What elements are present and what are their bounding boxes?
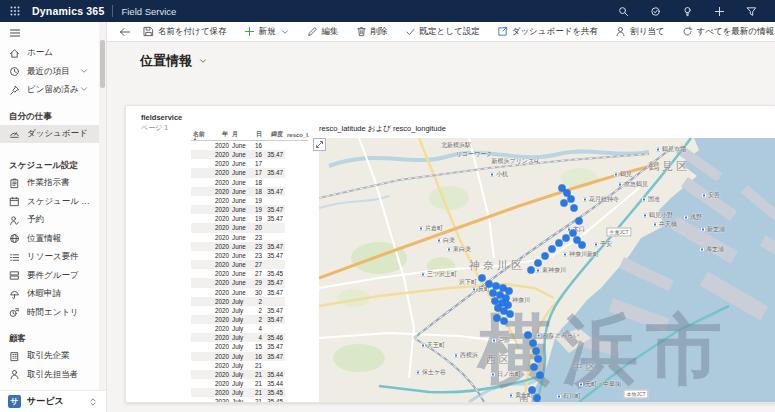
table-row[interactable]: 2020June3035.47 [191, 288, 308, 297]
sidebar-item-home[interactable]: ホーム [0, 44, 99, 63]
lightbulb-icon[interactable] [682, 6, 693, 17]
sidebar-item-resource-requirements[interactable]: リソース要件 [0, 248, 99, 267]
waffle-icon[interactable] [4, 0, 26, 22]
location-data-point[interactable] [528, 267, 535, 274]
command-6[interactable]: ダッシュボードを共有 [497, 26, 598, 38]
command-3[interactable]: 編集 [307, 26, 339, 38]
view-selector[interactable]: 位置情報 [140, 52, 208, 70]
table-row[interactable]: 2020July2135.44 [191, 370, 308, 379]
table-row[interactable]: 2020June23 [191, 233, 308, 242]
brand-title[interactable]: Dynamics 365 [32, 5, 104, 17]
table-row[interactable]: 2020July235.47 [191, 315, 308, 324]
table-row[interactable]: 2020July2 [191, 297, 308, 306]
location-data-point[interactable] [561, 200, 568, 207]
sidebar-item-time-entries[interactable]: 時間エントリ [0, 304, 99, 323]
location-data-point[interactable] [549, 246, 556, 253]
search-icon[interactable] [618, 6, 629, 17]
column-header-4[interactable]: 日 [251, 129, 264, 141]
sidebar-item-schedule-board[interactable]: スケジュール ボ... [0, 193, 99, 212]
table-row[interactable]: 2020July235.47 [191, 306, 308, 315]
back-button[interactable] [107, 26, 137, 38]
table-row[interactable]: 2020June27 [191, 260, 308, 269]
location-data-point[interactable] [479, 275, 486, 282]
sidebar-item-accounts[interactable]: 取引先企業 [0, 347, 99, 366]
table-row[interactable]: 2020June16 [191, 141, 308, 151]
table-row[interactable]: 2020June20 [191, 223, 308, 232]
sidebar-item-contacts[interactable]: 取引先担当者 [0, 366, 99, 385]
table-row[interactable]: 2020June2935.47 [191, 278, 308, 287]
column-header-5[interactable]: 緯度 [264, 129, 285, 141]
location-data-point[interactable] [533, 348, 540, 355]
location-data-point[interactable] [535, 356, 542, 363]
target-icon[interactable] [650, 6, 661, 17]
table-row[interactable]: 2020June1935.47 [191, 214, 308, 223]
table-row[interactable]: 2020June1735.47 [191, 168, 308, 177]
sidebar-item-bookings[interactable]: 予約 [0, 211, 99, 230]
sidebar-item-recent[interactable]: 最近の項目 [0, 63, 99, 82]
location-data-point[interactable] [535, 260, 542, 267]
app-name[interactable]: Field Service [121, 6, 176, 17]
table-row[interactable]: 2020June18 [191, 178, 308, 187]
table-row[interactable]: 2020June1635.47 [191, 150, 308, 159]
location-data-point[interactable] [507, 311, 514, 318]
sidebar-item-work-orders[interactable]: 作業指示書 [0, 174, 99, 193]
table-visual[interactable]: 名前▲年月日緯度resco_l... 2020June162020June163… [191, 129, 309, 402]
table-row[interactable]: 2020June1935.47 [191, 205, 308, 214]
table-row[interactable]: 2020July4 [191, 324, 308, 333]
location-data-point[interactable] [568, 196, 575, 203]
column-header-2[interactable]: 年 [213, 129, 230, 141]
table-row[interactable]: 2020June19 [191, 196, 308, 205]
table-row[interactable]: 2020June2335.47 [191, 242, 308, 251]
location-data-point[interactable] [537, 372, 544, 379]
filter-icon[interactable] [746, 6, 757, 17]
location-data-point[interactable] [571, 205, 578, 212]
sitemap-toggle-button[interactable] [0, 22, 99, 44]
table-row[interactable]: 2020July435.46 [191, 333, 308, 342]
location-data-point[interactable] [579, 242, 586, 249]
sidebar-item-dashboard[interactable]: ダッシュボード [0, 125, 99, 144]
command-2[interactable]: 新規 [244, 26, 290, 38]
sidebar-item-geolocation[interactable]: 位置情報 [0, 230, 99, 249]
location-data-point[interactable] [542, 253, 549, 260]
table-row[interactable]: 2020June2335.47 [191, 251, 308, 260]
table-row[interactable]: 2020July2135.44 [191, 379, 308, 388]
focus-mode-icon[interactable] [313, 138, 326, 151]
area-switcher[interactable]: サ サービス [0, 390, 106, 412]
location-data-point[interactable] [576, 218, 583, 225]
table-header[interactable]: 名前▲年月日緯度resco_l... [191, 129, 308, 141]
table-row[interactable]: 2020June17 [191, 159, 308, 168]
location-data-point[interactable] [529, 387, 536, 394]
table-row[interactable]: 2020July1635.47 [191, 352, 308, 361]
sidebar-item-time-off[interactable]: 休暇申請 [0, 285, 99, 304]
map-canvas[interactable]: 横浜市 鶴見区神奈川区西区中区南区北新横浜駅リコーワーク…新横浜プリンスH小机鶴… [319, 138, 775, 402]
plus-icon[interactable] [714, 6, 725, 17]
location-data-point[interactable] [501, 318, 508, 325]
location-data-point[interactable] [492, 298, 499, 305]
command-8[interactable]: すべてを最新の情報... [682, 26, 775, 38]
sidebar-scrollbar[interactable] [99, 22, 106, 390]
sidebar-scrollbar-thumb[interactable] [100, 40, 105, 88]
table-row[interactable]: 2020June1835.47 [191, 187, 308, 196]
location-data-point[interactable] [530, 340, 537, 347]
table-row[interactable]: 2020July21 [191, 361, 308, 370]
location-data-point[interactable] [486, 281, 493, 288]
location-data-point[interactable] [570, 230, 577, 237]
sidebar-item-pinned[interactable]: ピン留め済み [0, 81, 99, 100]
location-data-point[interactable] [493, 283, 500, 290]
location-data-point[interactable] [534, 395, 541, 402]
location-data-point[interactable] [531, 364, 538, 371]
location-data-point[interactable] [556, 240, 563, 247]
column-header-3[interactable]: 月 [230, 129, 251, 141]
location-data-point[interactable] [506, 288, 513, 295]
location-data-point[interactable] [563, 235, 570, 242]
command-1[interactable]: 名前を付けて保存 [143, 26, 227, 38]
table-row[interactable]: 2020July2135.45 [191, 397, 308, 402]
table-row[interactable]: 2020June2735.45 [191, 269, 308, 278]
location-data-point[interactable] [525, 332, 532, 339]
command-5[interactable]: 既定として設定 [405, 26, 480, 38]
table-row[interactable]: 2020July1535.47 [191, 342, 308, 351]
command-7[interactable]: 割り当て [615, 26, 664, 38]
command-4[interactable]: 削除 [356, 26, 388, 38]
location-data-point[interactable] [494, 315, 501, 322]
location-data-point[interactable] [490, 290, 497, 297]
